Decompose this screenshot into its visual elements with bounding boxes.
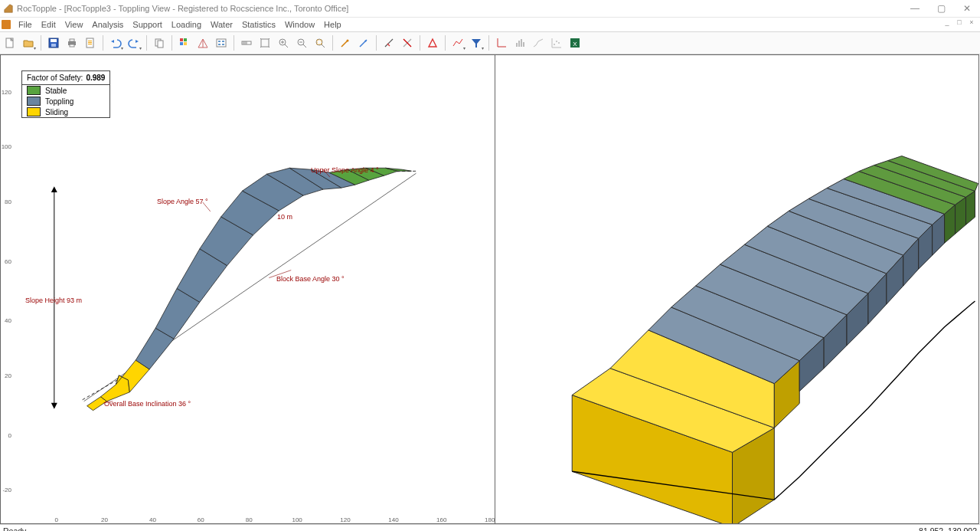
svg-marker-70 — [101, 375, 130, 402]
svg-point-62 — [558, 42, 560, 44]
toolbar-excel[interactable]: X — [567, 34, 583, 51]
pane-3d[interactable] — [495, 54, 979, 524]
svg-rect-23 — [217, 39, 226, 47]
svg-rect-24 — [218, 41, 220, 42]
svg-rect-25 — [222, 41, 224, 42]
app-menu-icon — [2, 20, 11, 29]
minimize-button[interactable]: — — [902, 0, 928, 17]
toolbar-bolt-add[interactable] — [381, 34, 397, 51]
toolbar-zoom-in[interactable] — [275, 34, 292, 51]
status-ready: Ready — [3, 526, 26, 531]
xtick: 80 — [246, 516, 253, 523]
ytick: 40 — [5, 317, 11, 324]
svg-rect-55 — [518, 41, 520, 47]
svg-rect-26 — [218, 44, 220, 45]
xtick: 120 — [340, 516, 350, 523]
workspace: Factor of Safety: 0.989 Stable Toppling … — [0, 54, 980, 524]
xtick: 60 — [198, 516, 204, 523]
toolbar-print[interactable] — [64, 34, 80, 51]
menu-statistics[interactable]: Statistics — [237, 20, 280, 29]
toolbar-zoom-all[interactable] — [256, 34, 273, 51]
pane-2d[interactable]: Factor of Safety: 0.989 Stable Toppling … — [0, 54, 495, 524]
toolbar-histogram[interactable] — [511, 34, 528, 51]
svg-rect-42 — [317, 40, 322, 44]
xtick: 100 — [292, 516, 302, 523]
toolbar-redo[interactable] — [126, 34, 142, 51]
title-bar: RocTopple - [RocTopple3 - Toppling View … — [0, 0, 980, 18]
toolbar-support[interactable] — [337, 34, 354, 51]
toolbar-project-settings[interactable] — [194, 34, 211, 51]
toolbar-axes[interactable] — [493, 34, 510, 51]
svg-rect-16 — [158, 41, 163, 48]
toolbar-bolt-remove[interactable] — [399, 34, 416, 51]
toolbar-new[interactable] — [2, 34, 18, 51]
xtick: 40 — [149, 516, 156, 523]
toolbar-zoom-window[interactable] — [312, 34, 328, 51]
annot-base-angle: Block Base Angle 30 ° — [276, 275, 345, 283]
xtick: 20 — [101, 516, 108, 523]
ytick: 20 — [5, 372, 11, 379]
menu-view[interactable]: View — [60, 20, 88, 29]
status-bar: Ready 81.952, 130.002 — [0, 524, 980, 531]
svg-rect-4 — [51, 39, 57, 42]
xtick: 160 — [436, 516, 446, 523]
svg-rect-54 — [516, 43, 518, 47]
svg-rect-57 — [523, 42, 524, 47]
svg-rect-12 — [88, 44, 92, 44]
status-coords: 81.952, 130.002 — [919, 526, 977, 531]
toolbar-force[interactable] — [355, 34, 372, 51]
menu-analysis[interactable]: Analysis — [87, 20, 128, 29]
menu-water[interactable]: Water — [206, 20, 237, 29]
mdi-close-button[interactable]: × — [966, 18, 977, 27]
ytick: 0 — [8, 431, 11, 438]
svg-rect-10 — [88, 41, 92, 41]
ytick: 80 — [5, 198, 11, 205]
toolbar-statistics[interactable] — [468, 34, 485, 51]
ytick: -20 — [2, 487, 11, 493]
svg-marker-0 — [5, 5, 13, 13]
toolbar-open[interactable] — [20, 34, 37, 51]
toolbar-zoom-out[interactable] — [293, 34, 310, 51]
toolbar-copy[interactable] — [151, 34, 168, 51]
svg-rect-17 — [180, 38, 183, 41]
toolbar-report[interactable] — [82, 34, 99, 51]
menu-support[interactable]: Support — [128, 20, 167, 29]
toolbar-cumulative[interactable] — [530, 34, 547, 51]
toolbar-sensitivity[interactable] — [449, 34, 466, 51]
annot-overall-incl: Overall Base Inclination 36 ° — [104, 400, 191, 408]
toolbar-water[interactable] — [424, 34, 441, 51]
fos-label: Factor of Safety: — [27, 74, 83, 82]
ytick: 120 — [2, 88, 11, 95]
svg-marker-117 — [966, 191, 975, 225]
svg-rect-56 — [521, 39, 522, 47]
svg-point-60 — [554, 44, 555, 45]
window-title: RocTopple - [RocTopple3 - Toppling View … — [17, 4, 348, 13]
menu-file[interactable]: File — [14, 20, 37, 29]
xtick: 180 — [485, 516, 495, 523]
svg-rect-27 — [222, 44, 224, 45]
legend-stable: Stable — [45, 87, 67, 95]
toolbar-scatter[interactable] — [548, 34, 565, 51]
toolbar-undo[interactable] — [107, 34, 124, 51]
annot-spacing: 10 m — [277, 213, 292, 221]
menu-loading[interactable]: Loading — [167, 20, 206, 29]
menu-help[interactable]: Help — [319, 20, 346, 29]
svg-rect-20 — [184, 42, 187, 45]
mdi-maximize-button[interactable]: □ — [954, 18, 965, 27]
legend-sliding: Sliding — [45, 108, 68, 116]
svg-line-41 — [322, 44, 325, 48]
menu-edit[interactable]: Edit — [37, 20, 60, 29]
close-button[interactable]: ✕ — [954, 0, 980, 17]
svg-rect-19 — [180, 42, 183, 45]
svg-marker-51 — [472, 39, 481, 48]
svg-line-34 — [285, 44, 288, 48]
xtick: 0 — [54, 516, 57, 523]
toolbar-ruler[interactable] — [238, 34, 255, 51]
maximize-button[interactable]: ▢ — [928, 0, 954, 17]
toolbar-save[interactable] — [45, 34, 62, 51]
svg-rect-11 — [88, 42, 92, 43]
menu-window[interactable]: Window — [280, 20, 319, 29]
mdi-minimize-button[interactable]: _ — [942, 18, 952, 27]
toolbar-grid-settings[interactable] — [176, 34, 193, 51]
toolbar-input-data[interactable] — [213, 34, 230, 51]
